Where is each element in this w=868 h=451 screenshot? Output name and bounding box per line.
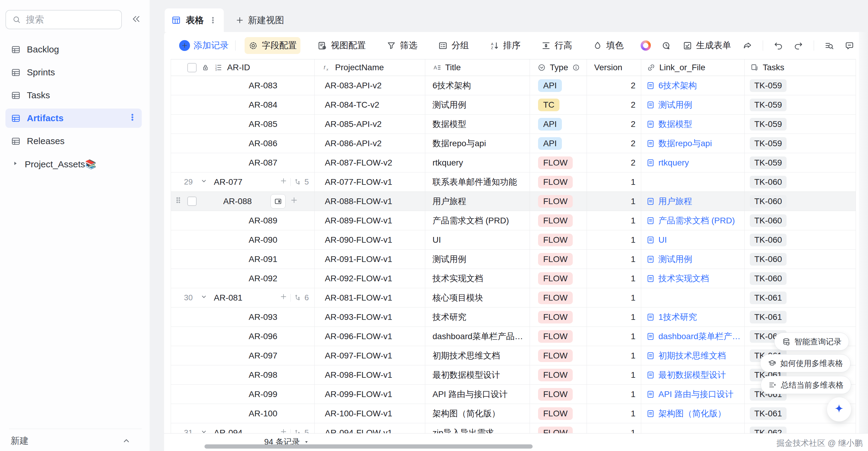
arid-value[interactable]: AR-088: [223, 197, 252, 206]
table-row[interactable]: AR-089AR-089-FLOW-v1产品需求文档 (PRD)FLOW1产品需…: [171, 211, 856, 230]
tab-more-icon[interactable]: [209, 16, 217, 24]
version-cell[interactable]: 1: [587, 308, 641, 326]
view-config-button[interactable]: 视图配置: [314, 37, 369, 54]
version-cell[interactable]: 2: [587, 95, 641, 114]
task-badge[interactable]: TK-062: [750, 427, 786, 433]
link-text[interactable]: 1技术研究: [658, 312, 697, 323]
tasks-cell[interactable]: TK-060: [744, 211, 856, 230]
type-cell[interactable]: FLOW: [530, 346, 587, 365]
sort-button[interactable]: AZ排序: [486, 37, 524, 54]
arid-value[interactable]: AR-098: [212, 370, 314, 380]
table-row[interactable]: AR-083AR-083-API-v26技术架构API26技术架构TK-059: [171, 76, 856, 95]
tasks-cell[interactable]: TK-060: [744, 269, 856, 288]
project-cell[interactable]: AR-094-FLOW-v1: [314, 423, 425, 433]
table-row[interactable]: AR-092AR-092-FLOW-v1技术实现文档FLOW1技术实现文档TK-…: [171, 269, 856, 288]
find-record-button[interactable]: [824, 41, 834, 51]
tasks-cell[interactable]: TK-061: [744, 288, 856, 307]
row-height-button[interactable]: 行高: [537, 37, 576, 54]
project-cell[interactable]: AR-085-API-v2: [314, 115, 425, 134]
type-cell[interactable]: FLOW: [530, 250, 587, 268]
task-badge[interactable]: TK-060: [750, 253, 786, 266]
assistant-pill-0[interactable]: 智能查询记录: [774, 332, 849, 351]
project-cell[interactable]: AR-097-FLOW-v1: [314, 346, 425, 365]
project-cell[interactable]: AR-089-FLOW-v1: [314, 211, 425, 230]
task-badge[interactable]: TK-059: [750, 99, 786, 111]
project-cell[interactable]: AR-090-FLOW-v1: [314, 230, 425, 249]
link-text[interactable]: 架构图（简化版）: [658, 408, 726, 419]
column-header-arid[interactable]: 123AR-ID: [171, 59, 314, 76]
table-row[interactable]: AR-090AR-090-FLOW-v1UIFLOW1UITK-060: [171, 230, 856, 250]
task-badge[interactable]: TK-060: [750, 176, 786, 188]
collapse-group-icon[interactable]: [200, 293, 208, 303]
title-cell[interactable]: 核心项目模块: [425, 288, 530, 307]
link-cell[interactable]: API 路由与接口设计: [641, 385, 744, 404]
filter-button[interactable]: 筛选: [383, 37, 421, 54]
version-cell[interactable]: 1: [587, 423, 641, 433]
table-row[interactable]: AR-086AR-086-API-v2数据repo与apiAPI2数据repo与…: [171, 134, 856, 153]
version-cell[interactable]: 1: [587, 365, 641, 384]
task-badge[interactable]: TK-059: [750, 157, 786, 169]
title-cell[interactable]: 技术实现文档: [425, 269, 530, 288]
collapse-sidebar-icon[interactable]: [131, 14, 141, 24]
type-cell[interactable]: FLOW: [530, 423, 587, 433]
task-badge[interactable]: TK-060: [750, 195, 786, 208]
undo-button[interactable]: [773, 41, 783, 51]
table-row[interactable]: AR-088AR-088-FLOW-v1用户旅程FLOW1用户旅程TK-060: [171, 192, 856, 211]
redo-button[interactable]: [794, 41, 803, 51]
horizontal-scrollbar[interactable]: [205, 444, 533, 449]
new-view-button[interactable]: 新建视图: [228, 8, 291, 32]
task-badge[interactable]: TK-061: [750, 311, 786, 323]
project-cell[interactable]: AR-083-API-v2: [314, 76, 425, 95]
project-cell[interactable]: AR-077-FLOW-v1: [314, 172, 425, 191]
link-cell[interactable]: 最初数据模型设计: [641, 365, 744, 384]
link-text[interactable]: 6技术架构: [658, 80, 697, 91]
version-cell[interactable]: 2: [587, 115, 641, 134]
arid-value[interactable]: AR-091: [212, 254, 314, 264]
version-cell[interactable]: 2: [587, 76, 641, 95]
add-record-button[interactable]: 添加记录: [176, 37, 232, 54]
link-text[interactable]: 测试用例: [658, 254, 692, 265]
task-badge[interactable]: TK-061: [750, 407, 786, 420]
history-button[interactable]: [661, 41, 671, 51]
link-text[interactable]: 用户旅程: [658, 196, 692, 207]
tasks-cell[interactable]: TK-060: [744, 230, 856, 249]
sidebar-item-sprints[interactable]: Sprints: [5, 63, 142, 82]
link-text[interactable]: 数据模型: [658, 119, 692, 130]
link-cell[interactable]: 6技术架构: [641, 76, 744, 95]
version-cell[interactable]: 1: [587, 211, 641, 230]
arid-value[interactable]: AR-090: [212, 235, 314, 245]
project-cell[interactable]: AR-084-TC-v2: [314, 95, 425, 114]
ai-ring-icon[interactable]: [641, 40, 651, 51]
title-cell[interactable]: 联系表单邮件通知功能: [425, 172, 530, 191]
title-cell[interactable]: 最初数据模型设计: [425, 365, 530, 384]
tasks-cell[interactable]: TK-061: [744, 308, 856, 326]
project-cell[interactable]: AR-100-FLOW-v1: [314, 404, 425, 423]
type-cell[interactable]: API: [530, 134, 587, 153]
share-button[interactable]: [743, 41, 752, 51]
link-cell[interactable]: 测试用例: [641, 95, 744, 114]
link-cell[interactable]: 数据模型: [641, 115, 744, 134]
arid-value[interactable]: AR-083: [212, 81, 314, 91]
title-cell[interactable]: 产品需求文档 (PRD): [425, 211, 530, 230]
link-cell[interactable]: UI: [641, 230, 744, 249]
arid-value[interactable]: AR-092: [212, 274, 314, 283]
collapse-group-icon[interactable]: [200, 428, 208, 433]
project-cell[interactable]: AR-091-FLOW-v1: [314, 250, 425, 268]
sidebar-item-releases[interactable]: Releases: [5, 131, 142, 151]
select-all-checkbox[interactable]: [187, 63, 197, 72]
search-input[interactable]: [25, 14, 102, 25]
arid-value[interactable]: AR-094: [214, 428, 243, 433]
project-cell[interactable]: AR-093-FLOW-v1: [314, 308, 425, 326]
type-cell[interactable]: FLOW: [530, 172, 587, 191]
tasks-cell[interactable]: TK-060: [744, 172, 856, 191]
version-cell[interactable]: 1: [587, 346, 641, 365]
arid-value[interactable]: AR-077: [214, 177, 243, 187]
column-header-tasks[interactable]: Tasks: [744, 59, 856, 76]
column-header-link[interactable]: Link_or_File: [641, 59, 744, 76]
table-group-row[interactable]: 29AR-0775AR-077-FLOW-v1联系表单邮件通知功能FLOW1TK…: [171, 172, 856, 192]
version-cell[interactable]: 1: [587, 327, 641, 346]
arid-value[interactable]: AR-097: [212, 351, 314, 360]
version-cell[interactable]: 1: [587, 288, 641, 307]
table-row[interactable]: AR-087AR-087-FLOW-v2rtkqueryFLOW2rtkquer…: [171, 153, 856, 172]
type-cell[interactable]: API: [530, 76, 587, 95]
